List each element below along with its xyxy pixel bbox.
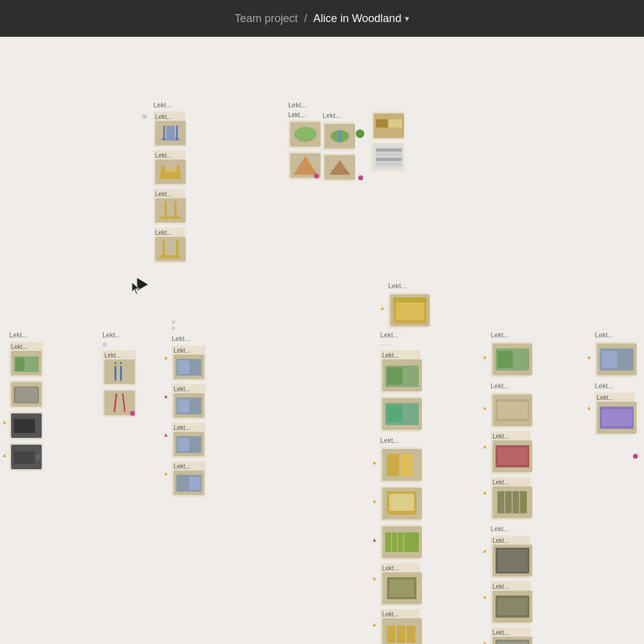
card-item[interactable] <box>372 112 404 140</box>
group-title: Lekt... <box>491 331 531 339</box>
card-item[interactable] <box>380 396 420 432</box>
card-wrapper-warning: ▲ <box>380 524 420 560</box>
svg-rect-13 <box>160 255 181 258</box>
card-item[interactable] <box>102 389 136 417</box>
card-item[interactable]: Lekt... <box>380 350 420 393</box>
card-item[interactable] <box>380 524 420 560</box>
svg-rect-81 <box>497 550 527 572</box>
svg-rect-27 <box>15 358 25 371</box>
card-item[interactable]: Lekt... <box>491 627 531 644</box>
card-wrapper <box>323 151 364 182</box>
card-group-top-right-single: Lekt... ▲ <box>388 282 428 328</box>
card-item[interactable]: Lekt... <box>380 563 420 606</box>
card-thumbnail <box>11 382 42 407</box>
card-item[interactable] <box>9 443 43 471</box>
card-item[interactable]: Lekt... <box>153 189 185 224</box>
card-thumbnail <box>174 470 204 495</box>
card-col-right: Lekt... <box>323 112 364 182</box>
card-item[interactable]: Lekt... <box>491 535 531 578</box>
card-item[interactable]: Lekt... <box>491 431 531 474</box>
card-item[interactable]: Lekt... <box>172 384 205 420</box>
card-thumbnail <box>11 413 42 438</box>
card-item[interactable] <box>595 342 635 377</box>
card-thumbnail <box>374 145 404 169</box>
card-item[interactable] <box>288 120 320 148</box>
card-label: Lekt... <box>174 463 204 470</box>
warning-icon: ▲ <box>372 498 377 504</box>
card-item[interactable] <box>9 380 43 408</box>
warning-icon: ▲ <box>482 443 488 450</box>
card-item[interactable]: Lekt... <box>9 342 43 377</box>
card-item[interactable] <box>380 447 420 483</box>
card-thumbnail <box>382 359 422 391</box>
card-thumbnail <box>493 440 532 472</box>
warning-icon: ▲ <box>372 621 377 627</box>
svg-rect-5 <box>161 166 164 172</box>
card-label: Lekt... <box>155 113 183 120</box>
card-label: Lekt... <box>174 424 204 431</box>
card-item[interactable]: Lekt... <box>153 228 185 263</box>
svg-rect-71 <box>497 351 513 368</box>
svg-rect-32 <box>14 451 36 464</box>
sub-label: ⊞ <box>102 342 136 348</box>
card-item[interactable]: Lekt... <box>491 477 531 520</box>
svg-rect-40 <box>178 361 189 374</box>
icon-small: ⊞ <box>142 113 147 120</box>
card-item[interactable]: Lekt... <box>153 150 185 186</box>
card-thumbnail <box>382 618 422 644</box>
card-thumbnail <box>174 355 204 379</box>
warning-icon: ▲ <box>482 548 488 554</box>
card-item[interactable]: Lekt... <box>172 461 205 497</box>
status-dot-pink <box>633 454 638 459</box>
card-item[interactable]: Lekt... <box>102 350 136 386</box>
card-item[interactable]: Lekt... <box>491 581 531 624</box>
group-title: Lekt... <box>172 335 205 342</box>
svg-line-37 <box>114 394 117 412</box>
card-group-far-left: Lekt... Lekt... ▲ <box>9 331 43 471</box>
card-item[interactable] <box>323 122 355 150</box>
card-thumbnail <box>324 124 355 148</box>
card-item[interactable]: Lekt... <box>172 345 205 381</box>
group-title: Lekt... <box>380 437 420 444</box>
card-wrapper-warning: ▲ Lekt... <box>380 609 420 644</box>
card-group-center-right-1: Lekt... — — Lekt... <box>380 331 420 644</box>
card-item[interactable]: Lekt... <box>153 112 185 147</box>
card-thumbnail <box>493 486 532 518</box>
card-item[interactable]: Lekt... <box>380 609 420 644</box>
header: Team project / Alice in Woodland ▾ <box>0 0 644 37</box>
group-title: Lekt... <box>102 331 136 339</box>
svg-rect-0 <box>166 126 175 139</box>
card-thumbnail <box>155 198 186 223</box>
svg-rect-64 <box>387 626 396 643</box>
status-dot-pink <box>314 174 319 178</box>
card-label: Lekt... <box>104 352 134 359</box>
team-project-label[interactable]: Team project <box>235 12 298 25</box>
card-wrapper-warning2: ▲ <box>9 443 43 471</box>
card-label: Lekt... <box>288 112 320 118</box>
card-item[interactable]: Lekt... <box>172 423 205 458</box>
card-item[interactable]: Lekt... <box>595 393 635 435</box>
warning-icon: ▲ <box>380 305 385 311</box>
card-wrapper: ▲ <box>388 293 428 328</box>
group-title: Lekt... <box>323 112 364 119</box>
card-label: Lekt... <box>493 629 529 636</box>
card-item[interactable] <box>372 143 404 171</box>
card-thumbnail <box>174 393 204 418</box>
card-thumbnail <box>382 449 422 481</box>
group-title: Lekt... <box>9 331 43 339</box>
card-item[interactable] <box>380 486 420 521</box>
card-label: Lekt... <box>382 352 418 359</box>
svg-rect-87 <box>602 351 617 368</box>
card-label: Lekt... <box>155 191 183 197</box>
card-item[interactable] <box>491 342 531 377</box>
card-group-top-middle: Lekt... Lekt... <box>288 101 404 182</box>
sub-text: — — <box>380 342 414 348</box>
card-item[interactable] <box>9 412 43 440</box>
card-label: Lekt... <box>155 229 183 236</box>
card-item[interactable] <box>491 393 531 428</box>
card-item[interactable] <box>323 153 355 182</box>
group-title: Lekt... <box>595 331 635 339</box>
card-item[interactable] <box>388 293 428 328</box>
project-name-dropdown[interactable]: Alice in Woodland ▾ <box>313 12 410 25</box>
group-title: Lekt... <box>288 101 404 109</box>
